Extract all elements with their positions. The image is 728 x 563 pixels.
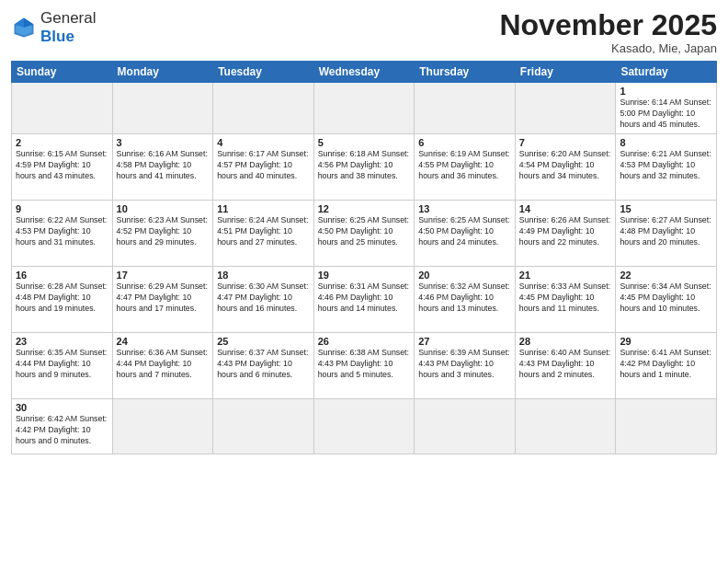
calendar-cell: 16Sunrise: 6:28 AM Sunset: 4:48 PM Dayli…: [12, 266, 113, 332]
day-info: Sunrise: 6:26 AM Sunset: 4:49 PM Dayligh…: [519, 215, 612, 248]
day-number: 29: [620, 336, 712, 347]
calendar-cell: 27Sunrise: 6:39 AM Sunset: 4:43 PM Dayli…: [415, 332, 516, 398]
week-row-6: 30Sunrise: 6:42 AM Sunset: 4:42 PM Dayli…: [12, 398, 717, 454]
day-number: 16: [16, 270, 108, 281]
day-number: 25: [217, 336, 310, 347]
day-number: 21: [519, 270, 612, 281]
day-info: Sunrise: 6:25 AM Sunset: 4:50 PM Dayligh…: [418, 215, 511, 248]
calendar-cell: [415, 83, 516, 134]
day-info: Sunrise: 6:28 AM Sunset: 4:48 PM Dayligh…: [16, 282, 108, 315]
calendar-cell: 9Sunrise: 6:22 AM Sunset: 4:53 PM Daylig…: [12, 200, 113, 266]
day-info: Sunrise: 6:15 AM Sunset: 4:59 PM Dayligh…: [16, 149, 108, 182]
day-number: 24: [117, 336, 210, 347]
logo: General Blue: [11, 9, 96, 45]
title-block: November 2025 Kasado, Mie, Japan: [499, 9, 717, 55]
calendar-cell: [213, 398, 314, 454]
calendar-cell: 14Sunrise: 6:26 AM Sunset: 4:49 PM Dayli…: [515, 200, 616, 266]
calendar-cell: 7Sunrise: 6:20 AM Sunset: 4:54 PM Daylig…: [515, 133, 616, 200]
calendar-cell: [515, 83, 616, 134]
calendar-cell: 28Sunrise: 6:40 AM Sunset: 4:43 PM Dayli…: [515, 332, 616, 398]
day-number: 3: [117, 137, 210, 148]
calendar-cell: 11Sunrise: 6:24 AM Sunset: 4:51 PM Dayli…: [213, 200, 314, 266]
header: General Blue November 2025 Kasado, Mie, …: [11, 9, 717, 55]
day-number: 22: [620, 270, 712, 281]
day-info: Sunrise: 6:22 AM Sunset: 4:53 PM Dayligh…: [16, 215, 108, 248]
day-number: 28: [519, 336, 612, 347]
calendar-cell: 6Sunrise: 6:19 AM Sunset: 4:55 PM Daylig…: [415, 133, 516, 200]
day-number: 8: [620, 137, 712, 148]
day-number: 12: [318, 203, 411, 214]
day-number: 26: [318, 336, 411, 347]
location: Kasado, Mie, Japan: [499, 41, 717, 55]
calendar-cell: 21Sunrise: 6:33 AM Sunset: 4:45 PM Dayli…: [515, 266, 616, 332]
calendar-cell: 20Sunrise: 6:32 AM Sunset: 4:46 PM Dayli…: [415, 266, 516, 332]
day-info: Sunrise: 6:14 AM Sunset: 5:00 PM Dayligh…: [620, 98, 712, 131]
day-info: Sunrise: 6:36 AM Sunset: 4:44 PM Dayligh…: [117, 348, 210, 381]
calendar-cell: 13Sunrise: 6:25 AM Sunset: 4:50 PM Dayli…: [415, 200, 516, 266]
weekday-header-wednesday: Wednesday: [313, 62, 415, 83]
calendar-cell: [313, 83, 415, 134]
day-info: Sunrise: 6:25 AM Sunset: 4:50 PM Dayligh…: [318, 215, 411, 248]
calendar-cell: [313, 398, 415, 454]
week-row-3: 9Sunrise: 6:22 AM Sunset: 4:53 PM Daylig…: [12, 200, 717, 266]
calendar-cell: [213, 83, 314, 134]
month-title: November 2025: [499, 9, 717, 41]
calendar-cell: 3Sunrise: 6:16 AM Sunset: 4:58 PM Daylig…: [112, 133, 213, 200]
day-info: Sunrise: 6:31 AM Sunset: 4:46 PM Dayligh…: [318, 282, 411, 315]
calendar-cell: 2Sunrise: 6:15 AM Sunset: 4:59 PM Daylig…: [12, 133, 113, 200]
day-number: 27: [418, 336, 511, 347]
day-info: Sunrise: 6:24 AM Sunset: 4:51 PM Dayligh…: [217, 215, 310, 248]
calendar-cell: 17Sunrise: 6:29 AM Sunset: 4:47 PM Dayli…: [112, 266, 213, 332]
day-number: 1: [620, 86, 712, 97]
calendar-cell: [112, 398, 213, 454]
calendar-cell: 25Sunrise: 6:37 AM Sunset: 4:43 PM Dayli…: [213, 332, 314, 398]
day-number: 14: [519, 203, 612, 214]
weekday-header-friday: Friday: [515, 62, 616, 83]
calendar-cell: [415, 398, 516, 454]
day-info: Sunrise: 6:41 AM Sunset: 4:42 PM Dayligh…: [620, 348, 712, 381]
weekday-header-thursday: Thursday: [415, 62, 516, 83]
day-number: 2: [16, 137, 108, 148]
day-number: 30: [16, 402, 108, 413]
week-row-2: 2Sunrise: 6:15 AM Sunset: 4:59 PM Daylig…: [12, 133, 717, 200]
calendar-cell: 10Sunrise: 6:23 AM Sunset: 4:52 PM Dayli…: [112, 200, 213, 266]
day-info: Sunrise: 6:39 AM Sunset: 4:43 PM Dayligh…: [418, 348, 511, 381]
week-row-1: 1Sunrise: 6:14 AM Sunset: 5:00 PM Daylig…: [12, 83, 717, 134]
day-info: Sunrise: 6:29 AM Sunset: 4:47 PM Dayligh…: [117, 282, 210, 315]
day-info: Sunrise: 6:30 AM Sunset: 4:47 PM Dayligh…: [217, 282, 310, 315]
logo-icon: [11, 15, 37, 40]
day-info: Sunrise: 6:21 AM Sunset: 4:53 PM Dayligh…: [620, 149, 712, 182]
day-number: 19: [318, 270, 411, 281]
calendar-cell: [616, 398, 717, 454]
calendar-cell: 12Sunrise: 6:25 AM Sunset: 4:50 PM Dayli…: [313, 200, 415, 266]
day-number: 7: [519, 137, 612, 148]
page: General Blue November 2025 Kasado, Mie, …: [0, 0, 728, 563]
weekday-header-monday: Monday: [112, 62, 213, 83]
day-number: 15: [620, 203, 712, 214]
calendar-cell: 18Sunrise: 6:30 AM Sunset: 4:47 PM Dayli…: [213, 266, 314, 332]
day-info: Sunrise: 6:42 AM Sunset: 4:42 PM Dayligh…: [16, 414, 108, 447]
calendar: SundayMondayTuesdayWednesdayThursdayFrid…: [11, 61, 717, 454]
day-info: Sunrise: 6:34 AM Sunset: 4:45 PM Dayligh…: [620, 282, 712, 315]
day-info: Sunrise: 6:37 AM Sunset: 4:43 PM Dayligh…: [217, 348, 310, 381]
day-info: Sunrise: 6:17 AM Sunset: 4:57 PM Dayligh…: [217, 149, 310, 182]
day-info: Sunrise: 6:40 AM Sunset: 4:43 PM Dayligh…: [519, 348, 612, 381]
day-info: Sunrise: 6:32 AM Sunset: 4:46 PM Dayligh…: [418, 282, 511, 315]
calendar-cell: [112, 83, 213, 134]
calendar-cell: 5Sunrise: 6:18 AM Sunset: 4:56 PM Daylig…: [313, 133, 415, 200]
day-info: Sunrise: 6:20 AM Sunset: 4:54 PM Dayligh…: [519, 149, 612, 182]
calendar-cell: 8Sunrise: 6:21 AM Sunset: 4:53 PM Daylig…: [616, 133, 717, 200]
calendar-cell: 1Sunrise: 6:14 AM Sunset: 5:00 PM Daylig…: [616, 83, 717, 134]
day-number: 10: [117, 203, 210, 214]
weekday-header-saturday: Saturday: [616, 62, 717, 83]
day-info: Sunrise: 6:33 AM Sunset: 4:45 PM Dayligh…: [519, 282, 612, 315]
calendar-cell: 24Sunrise: 6:36 AM Sunset: 4:44 PM Dayli…: [112, 332, 213, 398]
day-info: Sunrise: 6:23 AM Sunset: 4:52 PM Dayligh…: [117, 215, 210, 248]
calendar-cell: 29Sunrise: 6:41 AM Sunset: 4:42 PM Dayli…: [616, 332, 717, 398]
weekday-header-sunday: Sunday: [12, 62, 113, 83]
day-number: 20: [418, 270, 511, 281]
weekday-header-tuesday: Tuesday: [213, 62, 314, 83]
calendar-cell: 30Sunrise: 6:42 AM Sunset: 4:42 PM Dayli…: [12, 398, 113, 454]
day-info: Sunrise: 6:27 AM Sunset: 4:48 PM Dayligh…: [620, 215, 712, 248]
calendar-cell: 23Sunrise: 6:35 AM Sunset: 4:44 PM Dayli…: [12, 332, 113, 398]
